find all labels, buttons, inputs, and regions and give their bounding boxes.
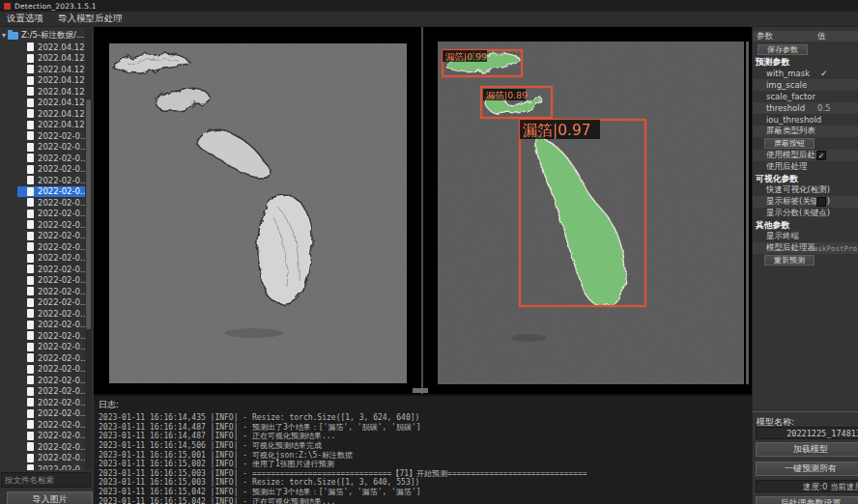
file-icon (27, 409, 34, 418)
param-row[interactable]: threshold0.5 (753, 102, 858, 114)
filename-search-input[interactable] (1, 472, 91, 488)
param-row[interactable]: 模型后处理器MaskPostPro (753, 242, 858, 254)
file-icon (27, 309, 34, 318)
prediction-image-panel[interactable]: 漏箔|0.99 漏箔|0.89 漏箔|0.97 (438, 42, 744, 384)
load-model-button[interactable]: 加载模型 (756, 442, 858, 457)
model-name-field[interactable]: 20221225_174813 (756, 427, 858, 439)
tree-item[interactable]: 2022-02-0... (17, 186, 85, 198)
tree-item[interactable]: 2022-02-0... (17, 453, 85, 464)
param-row[interactable]: iou_threshold (753, 114, 858, 126)
tree-item[interactable]: 2022-02-0... (17, 264, 85, 275)
tree-item[interactable]: 2022.04.12... (17, 75, 85, 87)
viewer-vscrollbar[interactable] (746, 42, 749, 384)
param-row[interactable]: 使用后处理 (753, 161, 858, 173)
save-params-button[interactable]: 保存参数 (758, 44, 808, 55)
tree-item[interactable]: 2022-02-0... (17, 342, 85, 353)
tree-item[interactable]: 2022-02-0... (17, 320, 85, 331)
tree-item[interactable]: 2022-02-0... (17, 142, 85, 154)
param-label: 快速可视化(检测) (766, 184, 830, 196)
tree-item[interactable]: 2022-02-0 (17, 463, 85, 470)
param-row[interactable]: 快速可视化(检测) (753, 184, 858, 196)
menu-settings-options[interactable]: 设置选项 (7, 13, 43, 25)
param-section-title: 预测参数 (753, 56, 858, 68)
param-button[interactable]: 屏蔽按钮 (764, 138, 815, 149)
tree-item-label: 2022-02-0... (38, 198, 85, 208)
param-button[interactable]: 重新预测 (764, 255, 815, 266)
tree-item-label: 2022-02-0... (38, 442, 85, 452)
tree-item[interactable]: 2022.04.12... (17, 42, 85, 53)
tree-item[interactable]: 2022-02-0... (17, 175, 85, 186)
scrollbar-foot[interactable] (413, 388, 428, 393)
param-row[interactable]: img_scale (753, 79, 858, 91)
tree-item-label: 2022-02-0... (38, 220, 85, 230)
file-icon (27, 154, 34, 162)
file-icon (27, 331, 34, 340)
caret-down-icon[interactable]: ▾ (2, 31, 6, 40)
tree-item[interactable]: 2022-02-0... (17, 286, 85, 297)
tree-item[interactable]: 2022-02-0... (17, 130, 85, 142)
log-panel[interactable]: 日志: 2023-01-11 16:16:14,435 |INFO| - Res… (94, 394, 752, 504)
postprocess-settings-button[interactable]: 后处理参数设置 (756, 496, 858, 504)
checkbox[interactable]: ✓ (816, 151, 826, 160)
param-row[interactable]: scale_factor (753, 91, 858, 102)
tree-item[interactable]: 2022-02-0... (17, 308, 85, 320)
tree-item[interactable]: 2022-02-0... (17, 397, 85, 408)
tree-item-label: 2022-02-0... (38, 320, 85, 329)
file-icon (27, 387, 34, 396)
tree-item-label: 2022-02-0... (38, 431, 85, 440)
tree-scrollbar[interactable] (85, 29, 92, 470)
tree-item[interactable]: 2022-02-0... (17, 241, 85, 253)
tree-item[interactable]: 2022-02-0... (17, 209, 85, 220)
tree-item[interactable]: 2022-02-0... (17, 330, 85, 342)
file-icon (27, 365, 34, 374)
tree-item[interactable]: 2022-02-0... (17, 364, 85, 376)
param-label: with_mask (766, 69, 810, 78)
tree-item-label: 2022-02-0... (38, 209, 85, 218)
tree-item[interactable]: 2022.04.12... (17, 120, 85, 131)
param-row[interactable]: 屏蔽类型列表 (753, 126, 858, 137)
tree-item[interactable]: 2022-02-0... (17, 164, 85, 176)
tree-item[interactable]: 2022-02-0... (17, 275, 85, 287)
tree-item[interactable]: 2022-02-0... (17, 386, 85, 398)
tree-item[interactable]: 2022-02-0... (17, 153, 85, 164)
tree-item[interactable]: 2022-02-0... (17, 408, 85, 420)
param-row[interactable]: 显示终端 (753, 231, 858, 242)
tree-item[interactable]: 2022-02-0... (17, 297, 85, 309)
param-row[interactable]: 显示标签(关键点) (753, 196, 858, 208)
checkbox[interactable] (816, 197, 826, 207)
tree-item[interactable]: 2022-02-0... (17, 197, 85, 209)
predict-all-button[interactable]: 一键预测所有 (756, 462, 858, 476)
tree-item[interactable]: 2022-02-0... (17, 375, 85, 386)
tree-item[interactable]: 2022-02-0... (17, 441, 85, 453)
tree-item[interactable]: 2022.04.12... (17, 98, 85, 109)
tree-item-label: 2022-02-0... (38, 287, 85, 296)
file-icon (27, 321, 34, 329)
tree-item[interactable]: 2022-02-0... (17, 419, 85, 431)
panel-divider-scrollbar[interactable] (421, 27, 423, 394)
tree-item-label: 2022-02-0... (38, 164, 85, 174)
tree-item[interactable]: 2022.04.12... (17, 86, 85, 98)
file-tree-panel: ▾ Z:/5-标注数据/... 2022.04.12...2022.04.12.… (0, 27, 94, 504)
tree-item[interactable]: 2022.04.12... (17, 53, 85, 65)
param-label: iou_threshold (766, 115, 821, 125)
checkmark-icon[interactable]: ✓ (820, 69, 828, 78)
param-label: 显示分数(关键点) (766, 208, 830, 219)
tree-item[interactable]: 2022-02-0... (17, 231, 85, 242)
tree-root-folder[interactable]: ▾ Z:/5-标注数据/... (0, 29, 85, 42)
param-row[interactable]: 显示分数(关键点) (753, 208, 858, 219)
tree-item[interactable]: 2022-02-0... (17, 431, 85, 442)
file-icon (27, 454, 34, 462)
tree-item[interactable]: 2022.04.12... (17, 108, 85, 120)
file-icon (27, 87, 34, 96)
param-row[interactable]: with_mask✓ (753, 68, 858, 79)
tree-item[interactable]: 2022-02-0... (17, 219, 85, 231)
source-image-panel[interactable] (109, 43, 407, 383)
menu-import-model-postprocess[interactable]: 导入模型后处理 (58, 13, 123, 25)
tree-item-label: 2022-02-0... (38, 131, 85, 141)
tree-item[interactable]: 2022.04.12... (17, 64, 85, 75)
param-row[interactable]: 使用模型后处理✓ (753, 150, 858, 161)
tree-item[interactable]: 2022-02-0... (17, 352, 85, 364)
tree-scrollbar-thumb[interactable] (86, 99, 91, 329)
import-image-button[interactable]: 导入图片 (7, 491, 93, 504)
tree-item[interactable]: 2022-02-0... (17, 253, 85, 265)
